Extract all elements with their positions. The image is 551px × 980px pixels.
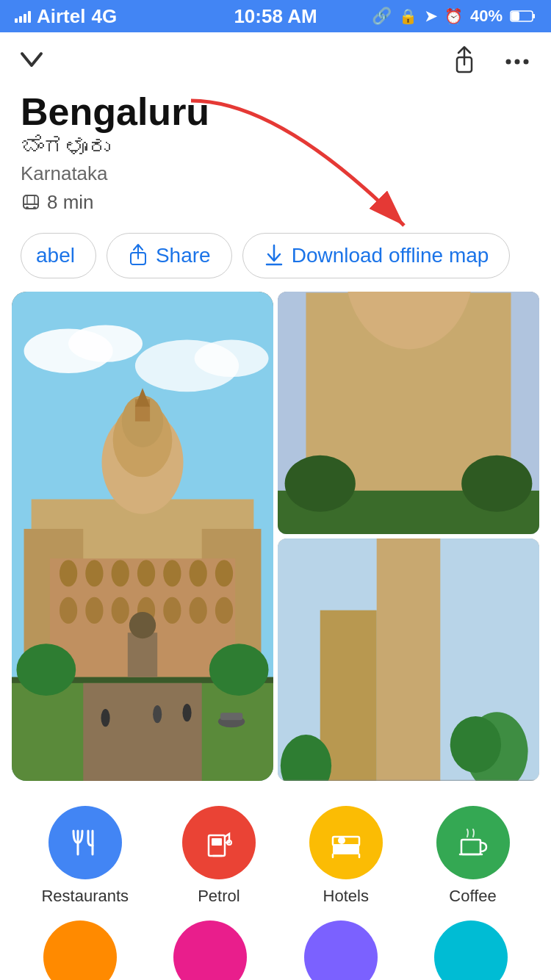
location-name: Bengaluru	[21, 91, 530, 133]
svg-point-34	[112, 560, 129, 586]
svg-point-51	[16, 644, 76, 696]
svg-point-44	[190, 597, 207, 624]
svg-rect-83	[212, 838, 222, 846]
svg-rect-57	[220, 713, 242, 720]
hotels-label: Hotels	[323, 887, 369, 906]
svg-point-37	[190, 560, 207, 586]
svg-point-63	[285, 455, 356, 512]
coffee-icon	[454, 824, 492, 862]
arrow-icon: ➤	[425, 7, 437, 25]
svg-rect-1	[533, 14, 535, 18]
status-time: 10:58 AM	[234, 5, 317, 28]
svg-point-9	[26, 206, 29, 209]
category-coffee[interactable]: Coffee	[436, 806, 510, 906]
category-restaurants[interactable]: Restaurants	[41, 806, 129, 906]
status-bar: Airtel 4G 10:58 AM 🔗 🔒 ➤ ⏰ 40%	[0, 0, 551, 32]
restaurants-icon	[66, 824, 104, 862]
svg-point-33	[85, 560, 103, 586]
svg-rect-79	[278, 780, 539, 781]
svg-point-77	[450, 716, 501, 773]
category-more-2[interactable]	[173, 920, 247, 980]
more-category-4-circle	[434, 920, 508, 980]
transit-icon	[21, 192, 41, 213]
petrol-icon-circle	[182, 806, 256, 879]
svg-point-88	[338, 837, 345, 844]
chevron-down-button[interactable]	[18, 48, 46, 76]
battery-label: 40%	[470, 7, 503, 26]
category-more-1[interactable]	[43, 920, 117, 980]
more-category-1-circle	[43, 920, 117, 980]
svg-point-45	[215, 597, 233, 624]
label-button[interactable]: abel	[21, 233, 96, 278]
alarm-icon: ⏰	[444, 7, 463, 25]
more-options-button[interactable]	[501, 46, 533, 78]
svg-point-5	[515, 60, 520, 65]
location-transit: 8 min	[21, 191, 530, 214]
network-label: 4G	[91, 5, 117, 28]
download-offline-map-button[interactable]: Download offline map	[242, 233, 511, 278]
svg-point-50	[129, 612, 156, 638]
svg-rect-2	[511, 12, 519, 21]
location-info: Bengaluru ಬೆಂಗಳೂರು Karnataka 8 min	[0, 91, 551, 226]
share-action-button[interactable]: Share	[107, 233, 232, 278]
svg-point-53	[101, 709, 109, 727]
svg-point-39	[60, 597, 77, 624]
nav-right-icons	[448, 46, 533, 78]
photo-bottom-right[interactable]	[278, 538, 539, 781]
location-state: Karnataka	[21, 162, 530, 185]
petrol-icon	[200, 824, 238, 862]
location-icon: 🔒	[399, 7, 417, 25]
svg-point-4	[506, 60, 511, 65]
status-right: 🔗 🔒 ➤ ⏰ 40%	[372, 7, 536, 26]
battery-icon	[510, 10, 536, 23]
svg-point-38	[215, 560, 233, 586]
actions-row: abel Share Download offline map	[0, 226, 551, 292]
categories-row: Restaurants Petrol	[0, 799, 551, 920]
restaurants-label: Restaurants	[41, 887, 129, 906]
svg-rect-7	[24, 195, 38, 209]
svg-point-52	[209, 644, 269, 696]
svg-point-35	[137, 560, 155, 586]
hotels-icon-circle	[309, 806, 383, 879]
more-category-2-circle	[173, 920, 247, 980]
svg-point-41	[112, 597, 129, 624]
hotels-icon	[327, 824, 365, 862]
svg-point-20	[68, 325, 143, 362]
share-button[interactable]	[448, 46, 480, 78]
svg-point-32	[60, 560, 77, 586]
svg-point-36	[163, 560, 181, 586]
svg-point-55	[182, 704, 191, 721]
top-nav	[0, 32, 551, 91]
svg-point-64	[461, 455, 532, 512]
share-btn-icon	[128, 244, 148, 267]
signal-icon	[15, 10, 31, 23]
link-icon: 🔗	[372, 7, 392, 26]
category-more-3[interactable]	[304, 920, 378, 980]
photos-grid	[0, 292, 551, 781]
svg-point-22	[195, 340, 269, 377]
category-more-4[interactable]	[434, 920, 508, 980]
more-category-3-circle	[304, 920, 378, 980]
coffee-icon-circle	[436, 806, 510, 879]
photo-top-right[interactable]	[278, 292, 539, 534]
svg-point-6	[524, 60, 529, 65]
svg-point-54	[153, 705, 162, 723]
categories-row-2	[0, 920, 551, 980]
svg-point-10	[33, 206, 36, 209]
location-name-local: ಬೆಂಗಳೂರು	[21, 134, 530, 159]
svg-point-40	[85, 597, 103, 624]
category-hotels[interactable]: Hotels	[309, 806, 383, 906]
petrol-label: Petrol	[198, 887, 240, 906]
category-petrol[interactable]: Petrol	[182, 806, 256, 906]
download-btn-text: Download offline map	[292, 244, 489, 267]
status-left: Airtel 4G	[15, 5, 117, 28]
restaurants-icon-circle	[48, 806, 122, 879]
svg-rect-49	[128, 633, 157, 677]
svg-rect-48	[83, 683, 201, 781]
download-btn-icon	[264, 244, 284, 267]
coffee-label: Coffee	[449, 887, 496, 906]
label-btn-text: abel	[36, 244, 75, 267]
transit-time: 8 min	[47, 191, 94, 214]
photo-main[interactable]	[12, 292, 273, 781]
svg-rect-70	[377, 538, 441, 781]
